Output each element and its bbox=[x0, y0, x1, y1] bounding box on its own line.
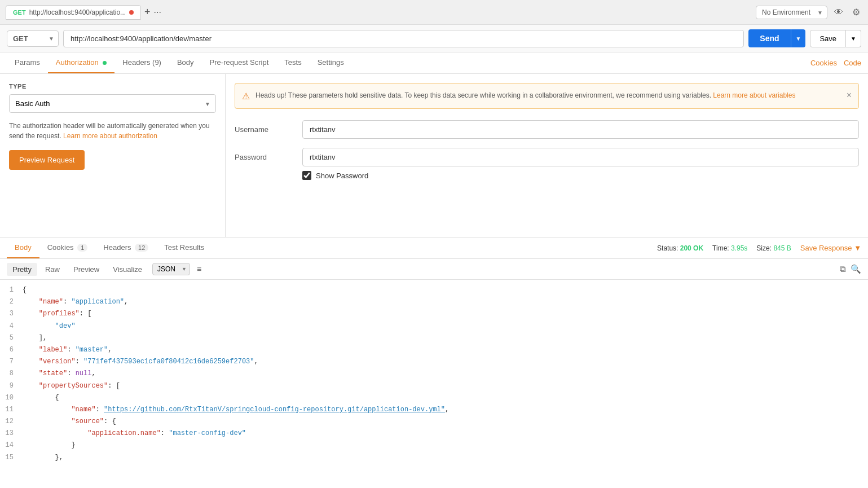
time-label: Time: 3.95s bbox=[712, 244, 747, 252]
auth-description: The authorization header will be automat… bbox=[9, 121, 216, 141]
authorization-dot bbox=[103, 61, 107, 65]
code-line-2: 2 "name": "application", bbox=[0, 296, 868, 308]
environment-select[interactable]: No Environment bbox=[756, 6, 827, 19]
preview-request-button[interactable]: Preview Request bbox=[9, 150, 85, 170]
format-bar: Pretty Raw Preview Visualize JSON XML HT… bbox=[0, 259, 868, 280]
method-select[interactable]: GET POST PUT DELETE PATCH bbox=[7, 30, 59, 47]
response-status: Status: 200 OK Time: 3.95s Size: 845 B S… bbox=[657, 244, 861, 252]
browser-bar: GET http://localhost:9400/applicatio... … bbox=[0, 0, 868, 25]
code-line-10: 10 { bbox=[0, 392, 868, 404]
method-wrapper: GET POST PUT DELETE PATCH bbox=[7, 30, 59, 47]
format-preview-button[interactable]: Preview bbox=[68, 263, 105, 276]
tab-area: GET http://localhost:9400/applicatio... … bbox=[6, 5, 751, 20]
username-input[interactable] bbox=[302, 120, 859, 139]
password-row: Password bbox=[235, 148, 859, 166]
tab-settings[interactable]: Settings bbox=[310, 52, 352, 73]
code-line-13: 13 "application.name": "master-config-de… bbox=[0, 428, 868, 439]
learn-more-link[interactable]: Learn more about authorization bbox=[63, 132, 157, 140]
send-button-group: Send ▼ bbox=[748, 29, 805, 47]
alert-text: Heads up! These parameters hold sensitiv… bbox=[255, 90, 841, 100]
tab-headers[interactable]: Headers (9) bbox=[114, 52, 169, 73]
format-visualize-button[interactable]: Visualize bbox=[107, 263, 148, 276]
send-dropdown-button[interactable]: ▼ bbox=[791, 29, 806, 47]
resp-tab-test-results[interactable]: Test Results bbox=[156, 238, 212, 258]
request-tabs: Params Authorization Headers (9) Body Pr… bbox=[0, 52, 868, 74]
code-line-12: 12 "source": { bbox=[0, 416, 868, 428]
code-line-8: 8 "state": null, bbox=[0, 368, 868, 380]
tab-pre-request[interactable]: Pre-request Script bbox=[202, 52, 277, 73]
tab-nav-right: Cookies Code bbox=[810, 59, 861, 67]
learn-more-variables-link[interactable]: Learn more about variables bbox=[713, 91, 795, 99]
time-value: 3.95s bbox=[731, 244, 747, 252]
size-value: 845 B bbox=[773, 244, 791, 252]
resp-tab-body[interactable]: Body bbox=[7, 238, 39, 258]
save-button-group: Save ▼ bbox=[810, 30, 861, 47]
tab-params[interactable]: Params bbox=[7, 52, 48, 73]
type-select-wrapper: Basic Auth Bearer Token API Key No Auth bbox=[9, 94, 216, 113]
env-selector-wrapper: No Environment bbox=[756, 6, 827, 19]
word-wrap-button[interactable]: ≡ bbox=[192, 262, 206, 276]
url-input[interactable] bbox=[63, 30, 744, 47]
tab-tests[interactable]: Tests bbox=[276, 52, 309, 73]
show-password-checkbox[interactable] bbox=[302, 171, 311, 180]
alert-box: ⚠ Heads up! These parameters hold sensit… bbox=[235, 83, 859, 109]
username-label: Username bbox=[235, 125, 302, 134]
headers-badge: 12 bbox=[135, 244, 148, 252]
auth-panel: TYPE Basic Auth Bearer Token API Key No … bbox=[0, 74, 868, 238]
tab-body[interactable]: Body bbox=[169, 52, 202, 73]
environment-area: No Environment 👁 ⚙ bbox=[756, 5, 862, 20]
alert-close-button[interactable]: × bbox=[847, 90, 852, 100]
auth-right-panel: ⚠ Heads up! These parameters hold sensit… bbox=[226, 74, 868, 237]
cookies-link[interactable]: Cookies bbox=[810, 59, 837, 67]
copy-button[interactable]: ⧉ bbox=[840, 264, 846, 274]
format-pretty-button[interactable]: Pretty bbox=[7, 263, 37, 276]
browser-tab[interactable]: GET http://localhost:9400/applicatio... bbox=[6, 5, 141, 20]
language-select[interactable]: JSON XML HTML Text bbox=[152, 263, 190, 275]
auth-left-panel: TYPE Basic Auth Bearer Token API Key No … bbox=[0, 74, 226, 237]
format-raw-button[interactable]: Raw bbox=[39, 263, 65, 276]
eye-icon-button[interactable]: 👁 bbox=[832, 5, 845, 20]
cookies-badge: 1 bbox=[77, 244, 87, 252]
code-link[interactable]: Code bbox=[844, 59, 861, 67]
tab-modified-dot bbox=[129, 10, 134, 15]
size-label: Size: 845 B bbox=[756, 244, 791, 252]
settings-icon-button[interactable]: ⚙ bbox=[850, 5, 862, 20]
username-row: Username bbox=[235, 120, 859, 139]
response-tabs: Body Cookies 1 Headers 12 Test Results S… bbox=[0, 238, 868, 259]
code-line-15: 15 }, bbox=[0, 452, 868, 464]
auth-type-select[interactable]: Basic Auth Bearer Token API Key No Auth bbox=[9, 94, 216, 113]
status-label: Status: 200 OK bbox=[657, 244, 703, 252]
search-button[interactable]: 🔍 bbox=[851, 264, 861, 274]
response-body: 1 { 2 "name": "application", 3 "profiles… bbox=[0, 280, 868, 469]
save-button[interactable]: Save bbox=[810, 30, 846, 47]
tab-url: http://localhost:9400/applicatio... bbox=[29, 8, 126, 16]
show-password-label: Show Password bbox=[316, 172, 368, 180]
show-password-row: Show Password bbox=[302, 171, 859, 180]
code-line-14: 14 } bbox=[0, 439, 868, 451]
new-tab-button[interactable]: + bbox=[144, 6, 151, 18]
code-line-9: 9 "propertySources": [ bbox=[0, 380, 868, 392]
alert-icon: ⚠ bbox=[242, 91, 250, 102]
resp-tab-headers[interactable]: Headers 12 bbox=[95, 238, 156, 258]
tab-method: GET bbox=[13, 9, 26, 16]
format-right-actions: ⧉ 🔍 bbox=[840, 264, 861, 274]
send-button[interactable]: Send bbox=[748, 29, 790, 47]
url-bar: GET POST PUT DELETE PATCH Send ▼ Save ▼ bbox=[0, 25, 868, 52]
password-input[interactable] bbox=[302, 148, 859, 166]
tab-authorization[interactable]: Authorization bbox=[48, 52, 115, 73]
code-line-7: 7 "version": "771fef437593ec1cfa0f80412c… bbox=[0, 356, 868, 368]
code-line-4: 4 "dev" bbox=[0, 320, 868, 332]
save-response-button[interactable]: Save Response ▼ bbox=[800, 244, 861, 252]
code-line-11: 11 "name": "https://github.com/RtxTitanV… bbox=[0, 404, 868, 416]
status-value: 200 OK bbox=[680, 244, 703, 252]
password-label: Password bbox=[235, 153, 302, 161]
code-line-5: 5 ], bbox=[0, 332, 868, 344]
more-tabs-button[interactable]: ··· bbox=[154, 7, 161, 17]
language-select-wrapper: JSON XML HTML Text bbox=[152, 263, 190, 275]
code-line-6: 6 "label": "master", bbox=[0, 344, 868, 356]
type-label: TYPE bbox=[9, 83, 216, 90]
code-line-3: 3 "profiles": [ bbox=[0, 308, 868, 320]
code-line-1: 1 { bbox=[0, 284, 868, 296]
resp-tab-cookies[interactable]: Cookies 1 bbox=[39, 238, 96, 258]
save-dropdown-button[interactable]: ▼ bbox=[846, 30, 861, 47]
